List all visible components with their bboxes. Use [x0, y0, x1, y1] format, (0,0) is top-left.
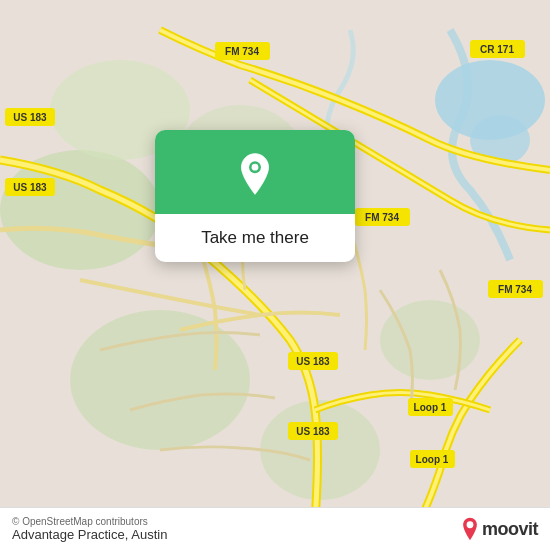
card-header	[155, 130, 355, 214]
location-pin-icon	[233, 152, 277, 196]
svg-text:Loop 1: Loop 1	[414, 402, 447, 413]
svg-text:CR 171: CR 171	[480, 44, 514, 55]
svg-text:US 183: US 183	[13, 182, 47, 193]
card-content: Take me there	[155, 214, 355, 262]
moovit-brand-text: moovit	[482, 519, 538, 540]
moovit-pin-icon	[460, 517, 480, 541]
svg-text:FM 734: FM 734	[498, 284, 532, 295]
map-background: FM 734 CR 171 US 183 FM 734 US 183 FM 73…	[0, 0, 550, 550]
location-card: Take me there	[155, 130, 355, 262]
map-container: FM 734 CR 171 US 183 FM 734 US 183 FM 73…	[0, 0, 550, 550]
moovit-logo: moovit	[460, 517, 538, 541]
take-me-there-button[interactable]: Take me there	[165, 228, 345, 248]
svg-text:FM 734: FM 734	[365, 212, 399, 223]
svg-point-32	[252, 164, 259, 171]
svg-text:US 183: US 183	[296, 426, 330, 437]
svg-text:US 183: US 183	[13, 112, 47, 123]
svg-text:FM 734: FM 734	[225, 46, 259, 57]
bottom-bar: © OpenStreetMap contributors Advantage P…	[0, 507, 550, 550]
copyright-text: © OpenStreetMap contributors	[12, 516, 167, 527]
svg-point-2	[70, 310, 250, 450]
location-label: Advantage Practice, Austin	[12, 527, 167, 542]
svg-text:US 183: US 183	[296, 356, 330, 367]
svg-text:Loop 1: Loop 1	[416, 454, 449, 465]
svg-point-33	[467, 521, 474, 528]
bottom-info: © OpenStreetMap contributors Advantage P…	[12, 516, 167, 542]
